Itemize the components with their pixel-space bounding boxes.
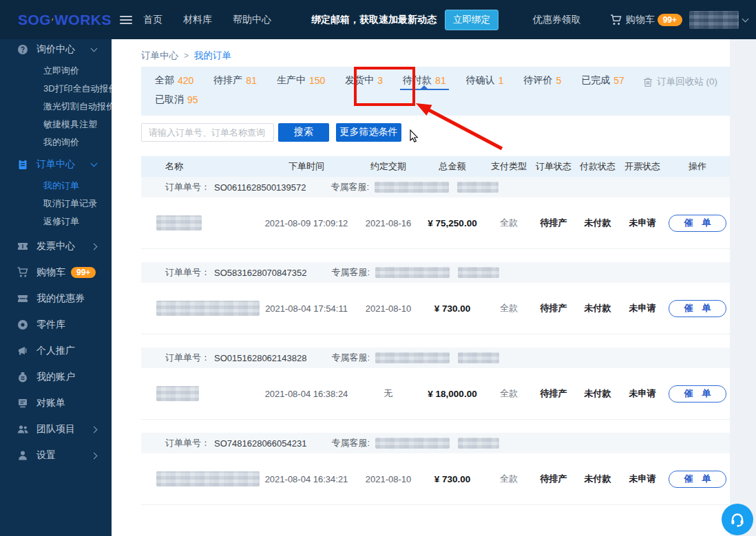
sidebar-item-my-inquiries[interactable]: 我的询价: [0, 133, 112, 151]
sidebar-item-personal-promotion[interactable]: 个人推广: [0, 341, 112, 361]
sidebar-item-my-coupons[interactable]: 我的优惠券: [0, 288, 112, 309]
nav-item-home[interactable]: 首页: [143, 14, 162, 26]
order-name-blurred: [156, 215, 202, 231]
customer-service-label: 专属客服:: [331, 437, 370, 449]
order-name-blurred: [156, 471, 260, 486]
sidebar-item-parts-library[interactable]: 零件库: [0, 314, 112, 335]
sogaworks-logo[interactable]: SOG WORKS: [0, 12, 112, 28]
search-input[interactable]: [141, 123, 274, 142]
order-time: 2021-08-04 17:54:11: [255, 303, 358, 314]
sidebar-item-quote-now[interactable]: 立即询价: [0, 62, 112, 80]
sidebar-item-statement[interactable]: 对账单: [0, 393, 112, 414]
customer-service-blurred: [375, 438, 450, 449]
sidebar-label: 购物车: [36, 266, 65, 279]
order-no-label: 订单单号：: [165, 181, 210, 193]
tab-all[interactable]: 全部420: [155, 71, 193, 90]
sidebar-item-settings[interactable]: 设置: [0, 445, 112, 466]
column-header-order-time: 下单时间: [255, 160, 358, 173]
tab-pending-confirmation[interactable]: 待确认1: [466, 71, 504, 90]
tab-completed[interactable]: 已完成57: [581, 71, 624, 90]
payment-type: 全款: [486, 217, 532, 229]
sidebar-item-invoice-center[interactable]: 发票中心: [0, 236, 112, 257]
nav-item-materials[interactable]: 材料库: [183, 14, 212, 26]
sidebar-item-laser-cut-quote[interactable]: 激光切割自动报价: [0, 98, 112, 116]
delivery-date: 2021-08-10: [358, 474, 419, 484]
customer-service-blurred: [458, 267, 499, 278]
order-time: 2021-08-09 17:09:12: [255, 218, 358, 228]
sidebar-item-team-projects[interactable]: 团队项目: [0, 419, 112, 440]
sidebar-item-my-account[interactable]: 我的账户: [0, 367, 112, 387]
customer-service-blurred: [458, 352, 499, 363]
order-number: SO5831628070847352: [214, 268, 306, 278]
invoice-ticket-icon: [17, 241, 28, 252]
customer-service-blurred: [375, 352, 450, 363]
tab-pending-scheduling[interactable]: 待排产81: [213, 71, 257, 90]
urge-order-button[interactable]: 催 单: [669, 471, 726, 488]
order-header: 订单单号： SO7481628066054231 专属客服:: [141, 433, 730, 453]
settings-person-icon: [17, 450, 28, 461]
order-row[interactable]: 2021-08-09 17:09:12 2021-08-16 ¥ 75,250.…: [141, 197, 730, 249]
customer-service-chat-button[interactable]: [722, 504, 753, 535]
sidebar-item-inquiry-center[interactable]: 询价中心: [0, 39, 112, 60]
sidebar-item-cart[interactable]: 购物车 99+: [0, 262, 112, 283]
tab-cancelled[interactable]: 已取消95: [155, 90, 198, 109]
tab-pending-payment[interactable]: 待付款81: [403, 71, 446, 90]
coupon-icon: [17, 293, 28, 304]
left-sidebar: 询价中心 立即询价 3D打印全自动报价 激光切割自动报价 敏捷模具注塑 我的询价…: [0, 39, 112, 536]
sidebar-item-order-center[interactable]: 订单中心: [0, 154, 112, 175]
payment-type: 全款: [486, 387, 532, 400]
column-header-payment-status: 付款状态: [576, 160, 620, 173]
order-name-blurred: [156, 386, 199, 401]
order-time: 2021-08-04 16:38:24: [255, 389, 358, 399]
sidebar-label: 订单中心: [36, 158, 75, 171]
sidebar-item-repair-orders[interactable]: 返修订单: [0, 213, 112, 231]
sidebar-item-my-orders[interactable]: 我的订单: [0, 177, 112, 195]
urge-order-button[interactable]: 催 单: [669, 215, 726, 232]
customer-service-label: 专属客服:: [331, 181, 370, 193]
payment-status: 未付款: [576, 302, 620, 314]
nav-cart[interactable]: 购物车 99+: [610, 14, 689, 26]
column-header-delivery-date: 约定交期: [358, 160, 419, 173]
column-header-total-amount: 总金额: [419, 160, 486, 173]
order-number: SO0151628062143828: [214, 353, 306, 363]
sidebar-label: 发票中心: [36, 240, 75, 253]
breadcrumb-separator: >: [184, 51, 189, 61]
order-row[interactable]: 2021-08-04 16:34:21 2021-08-10 ¥ 730.00 …: [141, 453, 730, 505]
customer-service-label: 专属客服:: [331, 266, 370, 279]
sidebar-item-rapid-mold[interactable]: 敏捷模具注塑: [0, 116, 112, 133]
breadcrumb-my-orders[interactable]: 我的订单: [194, 50, 231, 62]
invoice-status: 未申请: [620, 473, 665, 485]
lightning-bolt-icon: [52, 12, 54, 28]
table-header-row: 名称 下单时间 约定交期 总金额 支付类型 订单状态 付款状态 开票状态 操作: [141, 156, 730, 177]
tab-pending-review[interactable]: 待评价5: [523, 71, 561, 90]
username-blurred[interactable]: [689, 11, 739, 29]
more-filters-button[interactable]: 更多筛选条件: [336, 123, 401, 142]
tab-in-production[interactable]: 生产中150: [277, 71, 325, 90]
bind-now-button[interactable]: 立即绑定: [445, 10, 498, 30]
nav-item-help-center[interactable]: 帮助中心: [233, 14, 271, 26]
tab-shipping[interactable]: 发货中3: [345, 71, 383, 90]
order-row[interactable]: 2021-08-04 17:54:11 2021-08-10 ¥ 730.00 …: [141, 283, 730, 334]
cart-count-badge: 99+: [658, 14, 682, 26]
order-recycle-bin[interactable]: 订单回收站 (0): [643, 76, 717, 88]
breadcrumb-order-center[interactable]: 订单中心: [141, 50, 178, 62]
urge-order-button[interactable]: 催 单: [669, 385, 726, 403]
chevron-right-icon: [91, 426, 98, 433]
sidebar-item-cancelled-orders[interactable]: 取消订单记录: [0, 195, 112, 213]
payment-status: 未付款: [576, 387, 620, 400]
hamburger-menu-icon[interactable]: [120, 14, 132, 26]
urge-order-button[interactable]: 催 单: [669, 300, 726, 317]
invoice-status: 未申请: [620, 302, 665, 314]
order-row[interactable]: 2021-08-04 16:38:24 无 ¥ 18,000.00 全款 待排产…: [141, 368, 730, 420]
order-status: 待排产: [532, 473, 576, 485]
logo-text-right: WORKS: [54, 12, 112, 28]
invoice-status: 未申请: [620, 217, 665, 229]
chevron-right-icon: [91, 452, 98, 459]
sidebar-item-3d-print-quote[interactable]: 3D打印全自动报价: [0, 80, 112, 98]
search-button[interactable]: 搜索: [278, 123, 329, 142]
headset-icon: [729, 511, 746, 528]
order-status: 待排产: [532, 302, 576, 314]
sidebar-label: 团队项目: [36, 423, 75, 436]
payment-type: 全款: [486, 302, 532, 314]
coupon-claim-link[interactable]: 优惠券领取: [533, 14, 581, 26]
